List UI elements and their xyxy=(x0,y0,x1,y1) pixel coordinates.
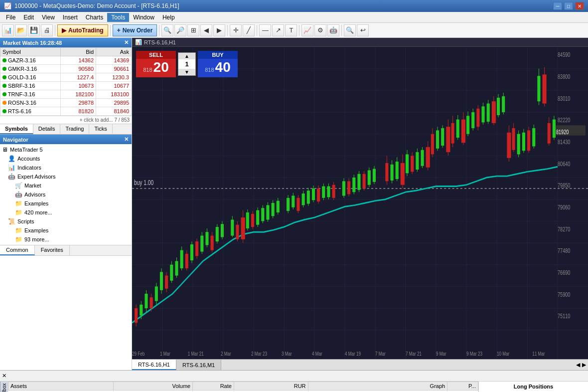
tb-zoom-out[interactable]: 🔎 xyxy=(174,24,186,36)
left-panel: Market Watch 16:28:48 ✕ Symbol Bid Ask G… xyxy=(0,38,132,370)
sep3 xyxy=(159,25,159,36)
sell-values: 818 20 xyxy=(143,59,169,77)
market-watch-body: GAZR-3.16 14362 14369 GMKR-3.16 90580 90… xyxy=(0,56,132,116)
menu-help[interactable]: Help xyxy=(158,13,179,22)
menu-tools[interactable]: Tools xyxy=(107,13,129,22)
titlebar: 📈 1000000 - MetaQuotes-Demo: Demo Accoun… xyxy=(0,0,588,12)
minimize-button[interactable]: ─ xyxy=(553,2,562,10)
mw-col-ask: Ask xyxy=(96,48,132,56)
market-watch-row[interactable]: GMKR-3.16 90580 90661 xyxy=(0,65,132,73)
svg-text:4 Mar 19: 4 Mar 19 xyxy=(345,350,361,357)
nav-item[interactable]: 📁420 more... xyxy=(0,208,132,217)
tb-expert[interactable]: 🤖 xyxy=(327,24,339,36)
tb-draw-line[interactable]: — xyxy=(259,24,271,36)
market-watch-row[interactable]: ROSN-3.16 29878 29895 xyxy=(0,99,132,107)
navigator-tree: 🖥MetaTrader 5👤Accounts📊Indicators🤖Expert… xyxy=(0,144,132,245)
nav-item[interactable]: 👤Accounts xyxy=(0,154,132,163)
tb-fit-screen[interactable]: ⊞ xyxy=(187,24,199,36)
tb-search[interactable]: 🔍 xyxy=(344,24,356,36)
nav-tab-favorites[interactable]: Favorites xyxy=(35,245,70,255)
sell-button[interactable]: SELL 818 20 xyxy=(136,51,176,77)
tb-indicators[interactable]: 📈 xyxy=(301,24,313,36)
tb-open[interactable]: 📂 xyxy=(15,24,27,36)
svg-text:7 Mar 21: 7 Mar 21 xyxy=(406,350,422,357)
nav-tab-common[interactable]: Common xyxy=(0,245,35,255)
nav-item[interactable]: 📁93 more... xyxy=(0,235,132,244)
nav-item[interactable]: 🤖Advisors xyxy=(0,190,132,199)
menu-window[interactable]: Window xyxy=(129,13,158,22)
market-watch-row[interactable]: TRNF-3.16 182100 183100 xyxy=(0,90,132,99)
menu-file[interactable]: File xyxy=(2,13,19,22)
nav-item[interactable]: 🤖Expert Advisors xyxy=(0,172,132,181)
nav-item[interactable]: 📊Indicators xyxy=(0,163,132,172)
neworder-icon: + xyxy=(117,27,121,34)
nav-item[interactable]: 📜Scripts xyxy=(0,217,132,226)
tb-draw-text[interactable]: T xyxy=(285,24,297,36)
tb-new-chart[interactable]: 📊 xyxy=(2,24,14,36)
svg-text:29 Feb: 29 Feb xyxy=(132,350,145,357)
maximize-button[interactable]: □ xyxy=(564,2,573,10)
tb-settings[interactable]: ⚙ xyxy=(314,24,326,36)
assets-row[interactable]: GAZR-3.16 4.00 1 8 660.00 xyxy=(8,391,478,392)
navigator-close[interactable]: ✕ xyxy=(124,136,129,143)
toolbox-side[interactable]: Toolbox xyxy=(0,382,8,392)
tb-back[interactable]: ↩ xyxy=(357,24,369,36)
qty-down-button[interactable]: ▼ xyxy=(178,69,195,75)
assets-data-table: Assets Volume Rate RUR Graph P... GAZR-3… xyxy=(8,382,478,392)
nav-item[interactable]: 📁Examples xyxy=(0,199,132,208)
tb-scroll-right[interactable]: ▶ xyxy=(213,24,225,36)
svg-text:1 Mar 21: 1 Mar 21 xyxy=(188,350,204,357)
svg-text:81920: 81920 xyxy=(556,128,569,135)
svg-text:80640: 80640 xyxy=(558,160,570,167)
new-order-button[interactable]: + New Order xyxy=(113,24,157,36)
market-watch-row[interactable]: GAZR-3.16 14362 14369 xyxy=(0,56,132,65)
mw-tab-details[interactable]: Details xyxy=(33,124,61,134)
tb-draw-arrow[interactable]: ↗ xyxy=(272,24,284,36)
toolbar: 📊 📂 💾 🖨 ▶ AutoTrading + New Order 🔍 🔎 ⊞ … xyxy=(0,23,588,38)
mw-tab-symbols[interactable]: Symbols xyxy=(0,124,33,134)
menu-insert[interactable]: Insert xyxy=(59,13,82,22)
svg-text:82220: 82220 xyxy=(558,117,570,124)
chart-tab-next[interactable]: ▶ xyxy=(582,362,586,368)
menu-edit[interactable]: Edit xyxy=(19,13,38,22)
chart-tab-m1[interactable]: RTS-6.16,M1 xyxy=(176,360,221,370)
chart-tab-prev[interactable]: ◀ xyxy=(576,362,580,368)
sell-label: SELL xyxy=(136,51,176,59)
titlebar-title: 1000000 - MetaQuotes-Demo: Demo Account … xyxy=(14,2,179,9)
tb-save[interactable]: 💾 xyxy=(28,24,40,36)
tb-zoom-in[interactable]: 🔍 xyxy=(161,24,173,36)
chart-tab-h1[interactable]: RTS-6.16,H1 xyxy=(132,360,176,370)
navigator-title: Navigator xyxy=(3,137,28,143)
market-watch-row[interactable]: GOLD-3.16 1227.4 1230.3 xyxy=(0,73,132,82)
svg-text:83010: 83010 xyxy=(558,95,570,102)
svg-text:78270: 78270 xyxy=(558,225,570,232)
autotrading-button[interactable]: ▶ AutoTrading xyxy=(57,24,108,36)
tb-print[interactable]: 🖨 xyxy=(41,24,53,36)
toolbox-close[interactable]: ✕ xyxy=(2,373,6,379)
at-col-p: P... xyxy=(447,382,478,391)
at-col-assets: Assets xyxy=(8,382,114,391)
tb-crosshair[interactable]: ✛ xyxy=(230,24,242,36)
market-watch-row[interactable]: SBRF-3.16 10673 10677 xyxy=(0,82,132,90)
menu-charts[interactable]: Charts xyxy=(82,13,107,22)
chart-symbol-label: RTS-6.16,H1 xyxy=(144,39,176,45)
tb-scroll-left[interactable]: ◀ xyxy=(200,24,212,36)
click-to-add[interactable]: + click to add... xyxy=(80,117,113,123)
nav-item[interactable]: 🖥MetaTrader 5 xyxy=(0,145,132,154)
buy-818: 818 xyxy=(205,67,214,73)
sep6 xyxy=(299,25,299,36)
tb-line[interactable]: ╱ xyxy=(243,24,255,36)
svg-text:76690: 76690 xyxy=(558,269,570,276)
close-button[interactable]: ✕ xyxy=(575,2,584,10)
buy-button[interactable]: BUY 818 40 xyxy=(198,51,238,77)
market-watch-row[interactable]: RTS-6.16 81820 81840 xyxy=(0,107,132,116)
menu-view[interactable]: View xyxy=(38,13,59,22)
mw-tab-ticks[interactable]: Ticks xyxy=(89,124,112,134)
market-watch-table: Symbol Bid Ask GAZR-3.16 14362 14369 GMK… xyxy=(0,47,132,116)
market-watch-footer: + click to add... 7 / 853 xyxy=(0,116,132,124)
nav-item[interactable]: 🛒Market xyxy=(0,181,132,190)
nav-item[interactable]: 📁Examples xyxy=(0,226,132,235)
qty-up-button[interactable]: ▲ xyxy=(178,53,195,59)
market-watch-close[interactable]: ✕ xyxy=(124,39,129,46)
mw-tab-trading[interactable]: Trading xyxy=(60,124,89,134)
